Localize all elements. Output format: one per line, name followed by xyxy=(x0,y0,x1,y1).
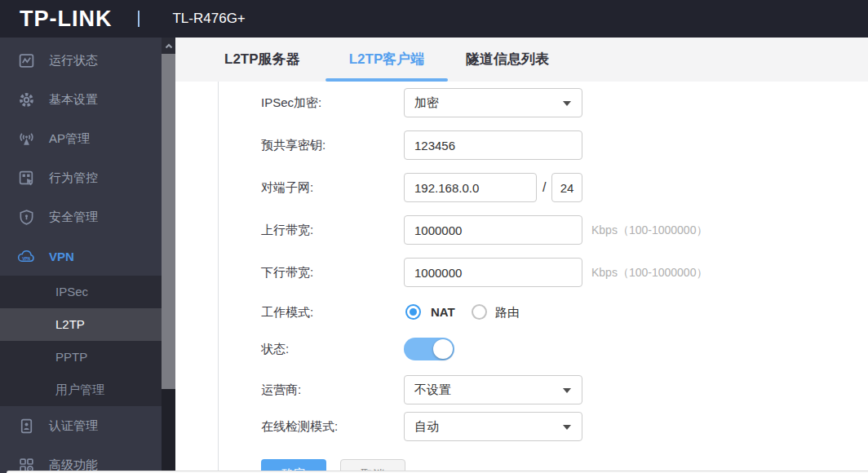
form-row-ipsec-encryption: IPSec加密: 加密 xyxy=(175,88,868,117)
field-label: 在线检测模式: xyxy=(261,412,338,441)
antenna-icon xyxy=(16,130,36,148)
subnet-prefix-input[interactable] xyxy=(551,173,582,202)
svg-text:VPN: VPN xyxy=(22,256,30,260)
sidebar-item-basic-settings[interactable]: 基本设置 xyxy=(0,80,162,119)
tplink-logo: TP-LINK xyxy=(20,7,112,32)
field-label: 预共享密钥: xyxy=(261,130,326,160)
sidebar-item-label: 基本设置 xyxy=(49,92,98,108)
ipsec-encryption-select[interactable]: 加密 xyxy=(404,88,582,117)
form-row-online-detect-mode: 在线检测模式: 自动 xyxy=(175,412,868,441)
tab-tunnel-info-list[interactable]: 隧道信息列表 xyxy=(466,38,549,82)
selected-value: 自动 xyxy=(414,413,439,440)
header-divider xyxy=(138,11,140,27)
sidebar-item-label: 行为管控 xyxy=(49,170,98,186)
tab-bar: L2TP服务器 L2TP客户端 隧道信息列表 xyxy=(175,38,868,82)
online-detect-mode-select[interactable]: 自动 xyxy=(404,412,582,441)
field-label: 状态: xyxy=(261,338,289,360)
sidebar-scrollbar-thumb[interactable] xyxy=(162,54,175,389)
form-row-upstream-bandwidth: 上行带宽: Kbps（100-1000000） xyxy=(175,215,868,245)
sidebar-subitem-pptp[interactable]: PPTP xyxy=(0,341,162,374)
peer-subnet-input[interactable] xyxy=(404,173,537,202)
sidebar-item-advanced-features[interactable]: 高级功能 xyxy=(0,445,162,473)
sidebar-item-label: 安全管理 xyxy=(49,210,98,225)
sidebar-item-vpn[interactable]: VPN VPN xyxy=(0,236,162,276)
device-model-title: TL-R476G+ xyxy=(172,11,245,27)
work-mode-nat-label[interactable]: NAT xyxy=(431,302,455,323)
downstream-bandwidth-input[interactable] xyxy=(404,258,582,287)
field-label: 工作模式: xyxy=(261,302,313,323)
subnet-separator: / xyxy=(542,173,546,202)
status-chart-icon xyxy=(16,51,36,69)
sidebar-item-ap-management[interactable]: AP管理 xyxy=(0,119,162,158)
tab-l2tp-server[interactable]: L2TP服务器 xyxy=(224,38,300,82)
sidebar-item-label: 运行状态 xyxy=(49,53,98,69)
preshared-key-input[interactable] xyxy=(404,130,582,160)
sidebar-item-label: AP管理 xyxy=(49,131,90,147)
behavior-icon xyxy=(16,169,36,187)
dropdown-arrow-icon xyxy=(563,388,571,393)
sidebar: 运行状态 基本设置 AP管理 xyxy=(0,38,162,473)
selected-value: 加密 xyxy=(414,89,439,117)
sidebar-subitem-l2tp[interactable]: L2TP xyxy=(0,308,162,341)
main-content: L2TP服务器 L2TP客户端 隧道信息列表 IPSec加密: 加密 预共享密钥… xyxy=(175,38,868,473)
status-toggle[interactable] xyxy=(404,338,454,360)
upstream-hint: Kbps（100-1000000） xyxy=(591,215,707,245)
field-label: IPSec加密: xyxy=(261,88,321,117)
form-row-isp: 运营商: 不设置 xyxy=(175,375,868,404)
vpn-submenu: IPSec L2TP PPTP 用户管理 xyxy=(0,276,162,406)
sidebar-item-running-status[interactable]: 运行状态 xyxy=(0,41,162,80)
field-label: 运营商: xyxy=(261,375,301,404)
gear-icon xyxy=(16,91,36,108)
dropdown-arrow-icon xyxy=(563,425,571,430)
form-row-downstream-bandwidth: 下行带宽: Kbps（100-1000000） xyxy=(175,258,868,287)
work-mode-route-label[interactable]: 路由 xyxy=(495,302,520,323)
sidebar-item-behavior-control[interactable]: 行为管控 xyxy=(0,158,162,197)
top-bar: TP-LINK TL-R476G+ xyxy=(0,0,868,38)
scroll-up-button[interactable] xyxy=(162,38,175,54)
vpn-cloud-icon: VPN xyxy=(16,247,36,265)
work-mode-route-radio[interactable] xyxy=(472,304,487,320)
shield-icon xyxy=(16,208,36,226)
work-mode-nat-radio[interactable] xyxy=(405,304,421,320)
selected-value: 不设置 xyxy=(414,376,451,404)
tab-l2tp-client[interactable]: L2TP客户端 xyxy=(326,38,448,82)
sidebar-subitem-ipsec[interactable]: IPSec xyxy=(0,276,162,308)
chevron-up-icon xyxy=(165,43,173,49)
l2tp-client-form: IPSec加密: 加密 预共享密钥: 对端子网: / 上行带宽: Kbps（10… xyxy=(175,82,868,473)
field-label: 对端子网: xyxy=(261,173,313,202)
toggle-knob xyxy=(433,339,453,359)
sidebar-item-security-management[interactable]: 安全管理 xyxy=(0,197,162,236)
sidebar-item-label: 认证管理 xyxy=(49,418,98,434)
downstream-hint: Kbps（100-1000000） xyxy=(591,258,707,287)
dropdown-arrow-icon xyxy=(563,101,571,106)
form-row-preshared-key: 预共享密钥: xyxy=(175,130,868,160)
sidebar-item-label: VPN xyxy=(49,250,74,263)
sidebar-scrollbar-track[interactable] xyxy=(162,38,175,473)
field-label: 下行带宽: xyxy=(261,258,313,287)
upstream-bandwidth-input[interactable] xyxy=(404,215,582,245)
isp-select[interactable]: 不设置 xyxy=(404,375,582,404)
id-card-icon xyxy=(16,417,36,435)
form-row-status: 状态: xyxy=(175,338,868,360)
field-label: 上行带宽: xyxy=(261,215,313,245)
sidebar-item-auth-management[interactable]: 认证管理 xyxy=(0,406,162,445)
form-row-work-mode: 工作模式: NAT 路由 xyxy=(175,302,868,323)
sidebar-subitem-user-management[interactable]: 用户管理 xyxy=(0,374,162,406)
form-row-peer-subnet: 对端子网: / xyxy=(175,173,868,202)
